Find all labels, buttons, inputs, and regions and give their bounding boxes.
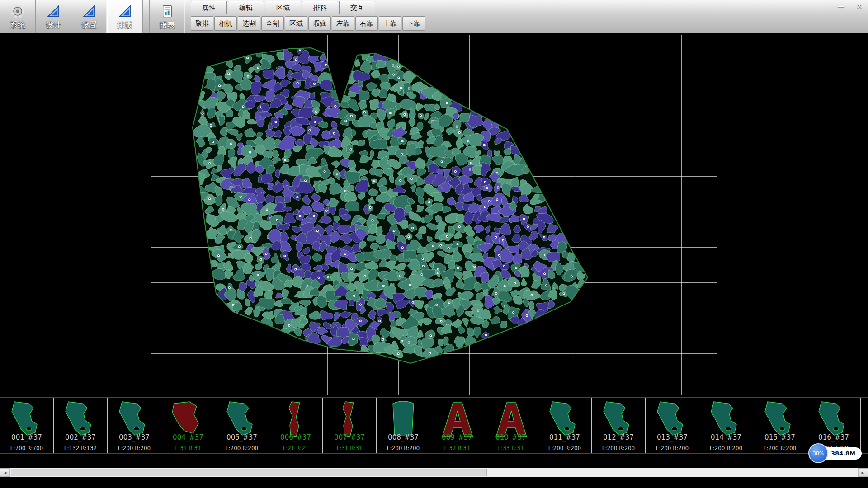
- menu-nest[interactable]: 排料: [302, 1, 338, 14]
- status-badge: 38% 384.8M: [808, 443, 862, 463]
- piece-lr: L:200 R:200: [592, 445, 645, 451]
- app-window: 系统设计设置排版报表 属性编辑区域排料交互 聚排相机选割全割区域瑕疵左靠右靠上靠…: [0, 0, 868, 488]
- tool-align-right[interactable]: 右靠: [355, 16, 378, 31]
- piece-name: 006_#37: [269, 433, 322, 441]
- piece-thumb[interactable]: 003_#37L:200 R:200: [108, 398, 161, 453]
- tab-label: 排版: [117, 20, 132, 30]
- piece-thumb[interactable]: 006_#37L:21 R:21: [269, 398, 323, 453]
- piece-thumb[interactable]: 002_#37L:132 R:132: [54, 398, 108, 453]
- tab-label: 设置: [81, 20, 97, 30]
- piece-lr: L:33 R:31: [484, 445, 538, 451]
- piece-lr: L:31 R:31: [161, 445, 215, 451]
- piece-name: 009_#37: [430, 433, 484, 441]
- pieces-panel: 001_#37L:700 R:700002_#37L:132 R:132003_…: [0, 397, 868, 454]
- piece-lr: L:200 R:200: [215, 445, 269, 451]
- piece-name: 011_#37: [538, 433, 591, 441]
- piece-lr: L:32 R:31: [430, 445, 484, 451]
- piece-lr: L:21 R:21: [269, 445, 322, 451]
- piece-name: 012_#37: [592, 433, 645, 441]
- piece-thumb[interactable]: 013_#37L:200 R:200: [646, 398, 699, 453]
- close-button[interactable]: ✕: [855, 2, 864, 10]
- scroll-thumb[interactable]: [11, 469, 487, 476]
- piece-lr: L:200 R:200: [646, 445, 699, 451]
- piece-shape: [865, 399, 868, 441]
- tool-select-cut[interactable]: 选割: [238, 16, 260, 31]
- menu-area: 属性编辑区域排料交互 聚排相机选割全割区域瑕疵左靠右靠上靠下靠: [191, 0, 425, 33]
- tool-align-bottom[interactable]: 下靠: [402, 16, 425, 31]
- piece-thumb[interactable]: 005_#37L:200 R:200: [215, 398, 269, 453]
- tool-camera[interactable]: 相机: [214, 16, 237, 31]
- ruler-icon: [46, 3, 61, 19]
- piece-lr: L:200 R:200: [377, 445, 430, 451]
- piece-lr: L:200 R:200: [753, 445, 807, 451]
- piece-thumb[interactable]: 008_#37L:200 R:200: [377, 398, 430, 453]
- menu-edit[interactable]: 编辑: [228, 1, 264, 14]
- piece-thumb[interactable]: 004_#37L:31 R:31: [161, 398, 215, 453]
- tool-align-top[interactable]: 上靠: [379, 16, 401, 31]
- tab-bar: 系统设计设置排版报表: [0, 0, 185, 33]
- piece-name: 001_#37: [0, 433, 53, 441]
- menu-bar: 属性编辑区域排料交互: [191, 1, 425, 14]
- piece-name: 016_#37: [807, 433, 860, 441]
- piece-name: 008_#37: [377, 433, 430, 441]
- piece-thumb[interactable]: [861, 398, 868, 453]
- tab-layout[interactable]: 排版: [107, 0, 143, 33]
- ruler-icon: [82, 3, 96, 19]
- piece-lr: L:200 R:200: [699, 445, 753, 451]
- workspace: [0, 33, 868, 397]
- progress-indicator: 38%: [808, 443, 828, 463]
- tool-bar: 聚排相机选割全割区域瑕疵左靠右靠上靠下靠: [191, 16, 425, 31]
- piece-thumb[interactable]: 001_#37L:700 R:700: [0, 398, 54, 453]
- piece-name: 014_#37: [699, 433, 753, 441]
- window-controls: — ✕: [836, 2, 864, 10]
- tool-cut-all[interactable]: 全割: [261, 16, 284, 31]
- tab-report[interactable]: 报表: [149, 0, 185, 33]
- tab-design[interactable]: 设计: [36, 0, 71, 33]
- piece-thumb[interactable]: 010_#37L:33 R:31: [484, 398, 538, 453]
- piece-lr: L:200 R:200: [108, 445, 161, 451]
- piece-thumb[interactable]: 014_#37L:200 R:200: [699, 398, 753, 453]
- scroll-track[interactable]: [10, 468, 858, 477]
- piece-lr: L:31 R:31: [323, 445, 376, 451]
- piece-name: 003_#37: [108, 433, 161, 441]
- tool-cluster-nest[interactable]: 聚排: [191, 16, 213, 31]
- piece-name: 010_#37: [484, 433, 538, 441]
- piece-lr: L:700 R:700: [0, 445, 53, 451]
- piece-lr: L:132 R:132: [54, 445, 107, 451]
- piece-thumb[interactable]: 007_#37L:31 R:31: [323, 398, 377, 453]
- scroll-right-button[interactable]: ►: [858, 468, 868, 477]
- piece-thumb[interactable]: 015_#37L:200 R:200: [753, 398, 807, 453]
- tool-defect[interactable]: 瑕疵: [308, 16, 331, 31]
- tab-system[interactable]: 系统: [0, 0, 36, 33]
- tab-label: 设计: [46, 20, 61, 30]
- tab-settings[interactable]: 设置: [71, 0, 107, 33]
- piece-lr: L:200 R:200: [538, 445, 591, 451]
- toolbar: 系统设计设置排版报表 属性编辑区域排料交互 聚排相机选割全割区域瑕疵左靠右靠上靠…: [0, 0, 868, 33]
- piece-name: 015_#37: [753, 433, 807, 441]
- tool-align-left[interactable]: 左靠: [332, 16, 354, 31]
- tool-region[interactable]: 区域: [285, 16, 307, 31]
- menu-region[interactable]: 区域: [265, 1, 301, 14]
- menu-interact[interactable]: 交互: [339, 1, 375, 14]
- piece-name: 004_#37: [161, 433, 215, 441]
- piece-name: 013_#37: [646, 433, 699, 441]
- nesting-canvas[interactable]: [0, 33, 868, 397]
- gear-icon: [10, 3, 25, 19]
- piece-name: 007_#37: [323, 433, 376, 441]
- h-scrollbar: ◄ ►: [0, 468, 868, 477]
- piece-thumb[interactable]: 012_#37L:200 R:200: [592, 398, 646, 453]
- piece-name: 005_#37: [215, 433, 269, 441]
- tab-label: 报表: [160, 20, 175, 30]
- scroll-left-button[interactable]: ◄: [0, 468, 10, 477]
- piece-name: 002_#37: [54, 433, 107, 441]
- ruler-icon: [118, 3, 132, 19]
- report-icon: [160, 3, 175, 19]
- tab-label: 系统: [10, 20, 25, 30]
- piece-thumb[interactable]: 009_#37L:32 R:31: [430, 398, 484, 453]
- menu-properties[interactable]: 属性: [191, 1, 227, 14]
- piece-thumb[interactable]: 011_#37L:200 R:200: [538, 398, 592, 453]
- minimize-button[interactable]: —: [836, 2, 847, 10]
